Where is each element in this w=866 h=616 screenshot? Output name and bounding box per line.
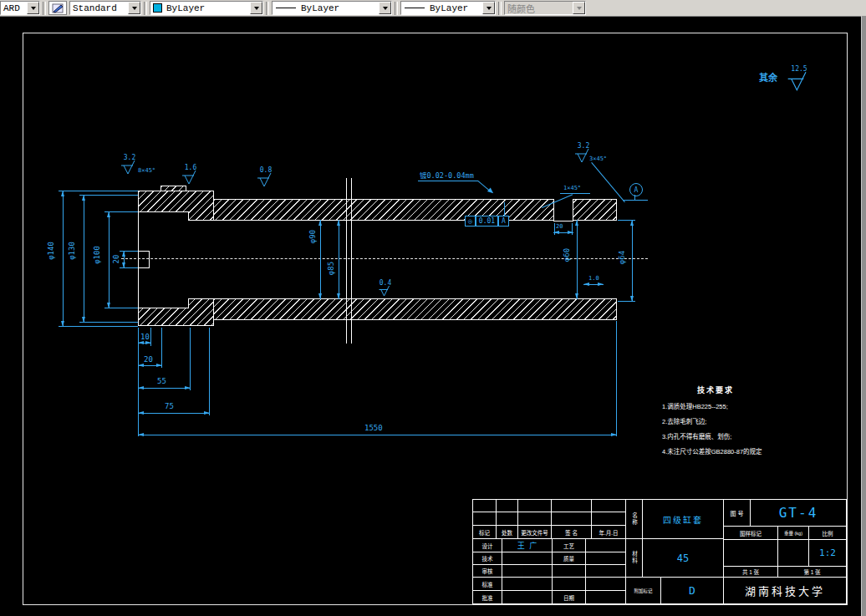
sig-label: 质量 bbox=[552, 552, 586, 565]
sig-value bbox=[502, 590, 553, 604]
sig-label: 审核 bbox=[472, 564, 502, 578]
dim-line-d60 bbox=[577, 220, 578, 299]
break-line-left bbox=[346, 178, 347, 344]
sig-value bbox=[585, 590, 626, 604]
dim-line-55 bbox=[138, 388, 191, 389]
ext-line bbox=[161, 328, 162, 368]
dim-style-dropdown-arrow[interactable] bbox=[27, 2, 39, 14]
dim-text-d60: φ60 bbox=[563, 248, 571, 262]
linetype-combo[interactable]: ByLayer bbox=[272, 1, 392, 15]
break-line-right bbox=[351, 178, 352, 344]
sig-value bbox=[502, 552, 553, 565]
dim-style-combo[interactable]: ARD bbox=[0, 1, 40, 15]
dim-line-d64 bbox=[632, 220, 633, 302]
roughness-icon bbox=[256, 172, 276, 187]
feature-control-frame: ◎ 0.01 A bbox=[465, 216, 509, 227]
text-style-icon[interactable] bbox=[48, 1, 67, 15]
sheet-total: 共 1 张 bbox=[723, 566, 778, 578]
text-style-dropdown-arrow[interactable] bbox=[128, 2, 140, 14]
weight-value bbox=[777, 539, 809, 567]
leader-line bbox=[418, 181, 478, 181]
roughness-mark-bore: 0.4 bbox=[374, 279, 396, 300]
ext-line bbox=[59, 191, 138, 191]
dim-line-d85 bbox=[339, 220, 339, 299]
dim-line-10 bbox=[138, 343, 151, 344]
ring-groove bbox=[553, 199, 573, 221]
linetype-dropdown-arrow[interactable] bbox=[379, 2, 391, 14]
sig-value: 王 广 bbox=[502, 538, 553, 552]
dim-text-d130: φ130 bbox=[68, 242, 76, 260]
rev-cell bbox=[591, 499, 626, 512]
fcf-datum: A bbox=[498, 216, 509, 227]
lineweight-value: ByLayer bbox=[427, 3, 482, 13]
dim-line-1.0 bbox=[583, 284, 604, 285]
ext-line bbox=[209, 328, 210, 415]
lineweight-glyph bbox=[405, 8, 425, 8]
dim-text-d90: φ90 bbox=[308, 230, 317, 243]
title-block: 标记 处数 更改文件号 签 名 年.月.日 设计 王 广 工艺 技术 质量 审核… bbox=[472, 499, 847, 604]
dim-text-depth20: 20 bbox=[112, 255, 120, 264]
dim-text-55: 55 bbox=[157, 377, 166, 385]
toolbar-separator bbox=[498, 2, 502, 15]
tech-req-item: 4.未注尺寸公差按GB2880-87的规定 bbox=[662, 446, 804, 456]
toolbar-separator bbox=[43, 2, 46, 15]
dim-text-d100: φ100 bbox=[93, 246, 101, 264]
rev-header: 更改文件号 bbox=[517, 525, 552, 539]
dim-line-20 bbox=[138, 365, 162, 366]
bore-transition bbox=[188, 220, 214, 299]
lineweight-combo[interactable]: ByLayer bbox=[400, 1, 496, 15]
rev-header: 标记 bbox=[472, 525, 497, 539]
tech-req-item: 2.去除毛刺飞边; bbox=[662, 416, 804, 425]
ext-line bbox=[79, 195, 138, 196]
dim-line-d100 bbox=[109, 211, 110, 308]
ext-line bbox=[190, 328, 191, 390]
datum-letter: A bbox=[634, 186, 639, 194]
scale-label: 比例 bbox=[808, 526, 847, 540]
plotstyle-combo: 随颜色 bbox=[504, 1, 586, 15]
dim-line-75 bbox=[138, 413, 210, 414]
sig-value bbox=[502, 577, 553, 591]
linetype-glyph bbox=[276, 8, 296, 8]
cad-application-window: ARD Standard ByLayer ByLayer bbox=[0, 0, 866, 616]
dim-text-1550: 1550 bbox=[364, 424, 383, 432]
datum-base bbox=[623, 200, 648, 201]
plotstyle-dropdown-arrow bbox=[573, 2, 585, 14]
dim-style-value: ARD bbox=[1, 3, 27, 13]
sig-value bbox=[585, 538, 626, 552]
color-value: ByLayer bbox=[164, 3, 250, 13]
dim-text-75: 75 bbox=[165, 402, 174, 410]
rev-header: 处数 bbox=[496, 525, 518, 539]
dim-line-groove20 bbox=[553, 232, 573, 233]
color-combo[interactable]: ByLayer bbox=[150, 1, 263, 15]
roughness-icon bbox=[378, 285, 393, 297]
dim-text-1.0: 1.0 bbox=[588, 275, 599, 282]
tech-req-title: 技术要求 bbox=[697, 384, 804, 395]
scale-value: 1:2 bbox=[808, 539, 847, 567]
text-style-combo[interactable]: Standard bbox=[69, 1, 141, 15]
color-dropdown-arrow[interactable] bbox=[250, 2, 262, 14]
ext-line bbox=[79, 322, 138, 323]
dim-line-1550 bbox=[138, 435, 617, 435]
dim-line-depth20 bbox=[124, 251, 125, 268]
sig-label bbox=[552, 577, 586, 591]
sig-label bbox=[552, 564, 586, 578]
dim-line-d140 bbox=[63, 191, 64, 327]
tech-req-item: 1.调质处理HB225--255; bbox=[662, 401, 804, 410]
sig-label: 技术 bbox=[472, 552, 502, 565]
rev-cell bbox=[496, 512, 518, 526]
dim-text-d85: φ85 bbox=[327, 262, 335, 275]
toolbar-separator bbox=[395, 2, 398, 15]
dim-text-d64: φ64 bbox=[618, 251, 626, 264]
chamfer-note-right2: 1×45° bbox=[563, 185, 581, 191]
rev-cell bbox=[517, 499, 552, 512]
sig-value bbox=[502, 564, 553, 578]
properties-toolbar: ARD Standard ByLayer ByLayer bbox=[0, 0, 866, 17]
weight-label: 重量 (kg) bbox=[777, 526, 809, 540]
rev-cell bbox=[496, 499, 518, 512]
datum-flag: A bbox=[629, 183, 643, 196]
part-name-label: 名称 bbox=[625, 499, 643, 539]
material-value: 45 bbox=[642, 538, 724, 578]
lineweight-dropdown-arrow[interactable] bbox=[482, 2, 495, 14]
tube-wall-bottom bbox=[213, 298, 617, 320]
text-style-value: Standard bbox=[70, 3, 128, 13]
